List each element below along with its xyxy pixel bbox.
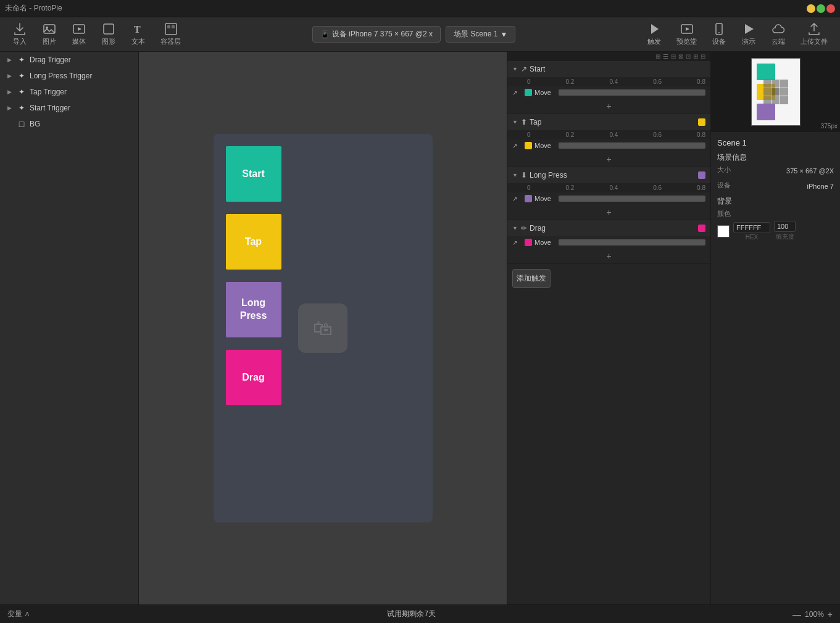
layer-longpress-trigger[interactable]: ▶ ✦ Long Press Trigger xyxy=(0,68,138,84)
tl-tap-move-bar xyxy=(559,142,705,149)
watermark-icon: 🛍 xyxy=(298,303,347,353)
layer-name-longpress: Long Press Trigger xyxy=(30,72,92,80)
tl-icon-3: ⊟ xyxy=(671,53,676,60)
layer-start-trigger[interactable]: ▶ ✦ Start Trigger xyxy=(0,100,138,116)
longpress-block-label: LongPress xyxy=(240,297,267,323)
tl-mark-04: 0.4 xyxy=(609,78,618,85)
variables-label[interactable]: 变量 ∧ xyxy=(7,609,30,619)
tl-section-start: ▼ ↗ Start 0 0.2 0.4 0.6 0.8 ↗ xyxy=(507,61,710,114)
timeline-top-icons: ⊞ ☰ ⊟ ⊠ ⊡ ⊞ ⊟ xyxy=(655,53,705,60)
tl-header-start[interactable]: ▼ ↗ Start xyxy=(507,61,710,77)
layer-icon-bg: □ xyxy=(17,120,26,128)
tl-start-add-button[interactable]: + xyxy=(507,99,710,113)
tl-drag-icon: ✏ xyxy=(521,224,527,233)
scene-text: 场景 Scene 1 xyxy=(454,29,497,39)
thumb-grid-overlay xyxy=(763,80,788,104)
titlebar-title: 未命名 - ProtoPie xyxy=(5,3,62,14)
bg-label: 背景 xyxy=(717,196,834,207)
preview-button[interactable]: 预览堂 xyxy=(670,20,703,49)
import-button[interactable]: 导入 xyxy=(6,20,33,49)
tap-block[interactable]: Tap xyxy=(226,214,281,270)
scene-info-label: 场景信息 xyxy=(717,152,834,163)
tl-start-label: Start xyxy=(530,65,705,73)
tl-icon-4: ⊠ xyxy=(678,53,683,60)
color-swatch[interactable] xyxy=(717,225,730,237)
hex-input[interactable] xyxy=(733,222,770,233)
tl-longpress-track-icon: ↗ xyxy=(512,196,522,202)
tl-drag-add-button[interactable]: + xyxy=(507,249,710,263)
tl-header-longpress[interactable]: ▼ ⬇ Long Press xyxy=(507,167,710,183)
scene-selector[interactable]: 场景 Scene 1 ▼ xyxy=(446,26,515,43)
tl-expand-tap-icon: ▼ xyxy=(512,119,518,125)
scene-info: Scene 1 场景信息 大小 375 × 667 @2X 设备 iPhone … xyxy=(711,132,840,247)
container-button[interactable]: 容器层 xyxy=(154,20,187,49)
text-button[interactable]: T 文本 xyxy=(125,20,152,49)
layer-icon-longpress: ✦ xyxy=(17,72,26,80)
size-row: 大小 375 × 667 @2X xyxy=(717,165,834,176)
properties-panel: 375px Scene 1 场景信息 大小 375 × 667 @2X 设备 i… xyxy=(710,52,840,604)
expand-arrow-longpress-icon: ▶ xyxy=(7,73,14,79)
image-button[interactable]: 图片 xyxy=(36,20,63,49)
phone-frame: Start Tap LongPress Drag 🛍 xyxy=(214,134,433,522)
tl-expand-longpress-icon: ▼ xyxy=(512,172,518,178)
import-icon xyxy=(13,22,27,36)
tl-tap-add-button[interactable]: + xyxy=(507,152,710,167)
minimize-button[interactable]: — xyxy=(807,4,815,13)
expand-arrow-icon: ▶ xyxy=(7,57,14,63)
cloud-button[interactable]: 云端 xyxy=(765,20,792,49)
tl-icon-7: ⊟ xyxy=(701,53,705,60)
start-block[interactable]: Start xyxy=(226,146,281,202)
device2-button[interactable]: 设备 xyxy=(705,20,733,49)
tl-longpress-add-button[interactable]: + xyxy=(507,205,710,220)
preview-thumbnail: 375px xyxy=(711,52,840,132)
opacity-input[interactable] xyxy=(774,221,796,232)
svg-marker-14 xyxy=(745,24,754,34)
tl-longpress-dot xyxy=(698,171,705,179)
tl-section-tap: ▼ ⬆ Tap 0 0.2 0.4 0.6 0.8 ↗ xyxy=(507,114,710,167)
tl-longpress-icon: ⬇ xyxy=(521,171,527,179)
svg-text:T: T xyxy=(134,24,141,35)
upload-button[interactable]: 上传文件 xyxy=(794,20,834,49)
image-icon xyxy=(43,22,56,36)
tl-drag-track-icon: ↗ xyxy=(512,239,522,246)
media-button[interactable]: 媒体 xyxy=(65,20,93,49)
tl-drag-label: Drag xyxy=(530,224,696,233)
upload-label: 上传文件 xyxy=(800,37,828,46)
tl-icon-5: ⊡ xyxy=(686,53,691,60)
timeline: ▼ ↗ Start 0 0.2 0.4 0.6 0.8 ↗ xyxy=(507,61,710,604)
device-selector[interactable]: 📱 设备 iPhone 7 375 × 667 @2 x xyxy=(312,26,441,43)
opacity-inputs: 填充度 xyxy=(774,221,796,241)
thumb-longpress xyxy=(757,104,775,120)
tl-mark-02: 0.2 xyxy=(566,78,575,85)
tl-tap-track-icon: ↗ xyxy=(512,142,522,149)
shape-button[interactable]: 图形 xyxy=(95,20,122,49)
canvas-area[interactable]: Start Tap LongPress Drag 🛍 xyxy=(139,52,507,604)
toolbar: 导入 图片 媒体 图形 T 文本 容器层 📱 设备 iPhone 7 375 xyxy=(0,17,840,52)
tl-header-tap[interactable]: ▼ ⬆ Tap xyxy=(507,114,710,130)
zoom-minus-button[interactable]: — xyxy=(792,609,801,619)
svg-marker-3 xyxy=(78,27,81,31)
tl-icon-6: ⊞ xyxy=(693,53,698,60)
add-trigger-button[interactable]: 添加触发 xyxy=(512,269,551,288)
maximize-button[interactable]: □ xyxy=(817,4,825,13)
start-block-label: Start xyxy=(242,168,264,179)
main-area: ▶ ✦ Drag Trigger ▶ ✦ Long Press Trigger … xyxy=(0,52,840,604)
layer-drag-trigger[interactable]: ▶ ✦ Drag Trigger xyxy=(0,52,138,68)
demo-button[interactable]: 演示 xyxy=(735,20,762,49)
trial-notice: 试用期剩余7天 xyxy=(30,609,792,619)
zoom-plus-button[interactable]: + xyxy=(828,609,833,619)
preview-icon xyxy=(680,22,694,36)
longpress-block[interactable]: LongPress xyxy=(226,282,281,337)
preview-label: 预览堂 xyxy=(676,37,697,46)
tl-section-longpress: ▼ ⬇ Long Press 0 0.2 0.4 0.6 0.8 xyxy=(507,167,710,220)
tl-drag-color-dot xyxy=(525,239,532,246)
tl-header-drag[interactable]: ▼ ✏ Drag xyxy=(507,220,710,236)
layer-name-bg: BG xyxy=(30,120,40,128)
layer-bg[interactable]: ▶ □ BG xyxy=(0,116,138,132)
drag-block[interactable]: Drag xyxy=(226,350,281,405)
trigger-button[interactable]: 触发 xyxy=(641,20,668,49)
close-button[interactable]: ✕ xyxy=(826,4,835,13)
tl-start-track-icon: ↗ xyxy=(512,89,522,96)
layer-tap-trigger[interactable]: ▶ ✦ Tap Trigger xyxy=(0,84,138,100)
device-label: 设备 xyxy=(717,181,731,190)
